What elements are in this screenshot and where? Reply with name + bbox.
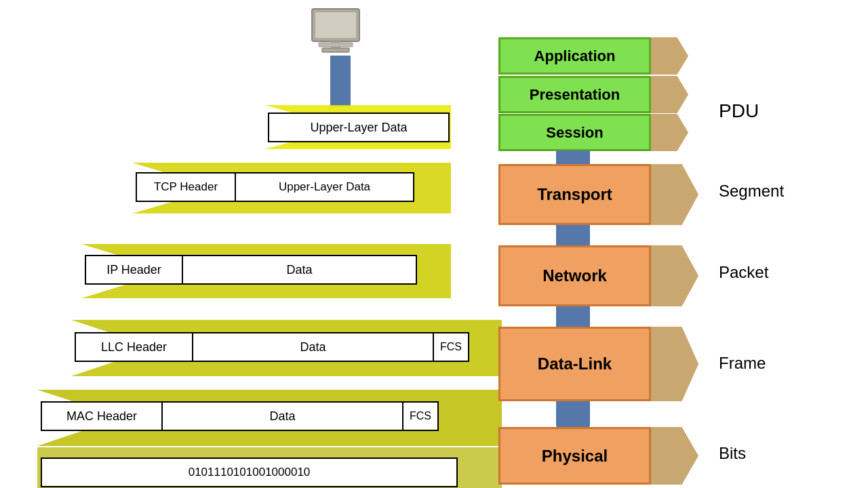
packet-label: Packet: [719, 263, 768, 282]
bits-label: Bits: [719, 444, 746, 463]
presentation-chevron: [651, 76, 688, 113]
network-chevron: [651, 245, 698, 306]
tcp-data-cell: Upper-Layer Data: [236, 172, 414, 202]
mac-data-cell: Data: [163, 401, 403, 431]
mac-fcs-cell: FCS: [403, 401, 439, 431]
datalink-layer: Data-Link: [498, 327, 698, 401]
upper-layer-row: Upper-Layer Data: [268, 113, 450, 142]
network-layer: Network: [498, 245, 698, 306]
datalink-box: Data-Link: [498, 327, 651, 401]
ip-layer-row: IP Header Data: [85, 255, 417, 285]
network-box: Network: [498, 245, 651, 306]
physical-chevron: [651, 427, 698, 485]
tcp-header-cell: TCP Header: [136, 172, 236, 202]
llc-layer-row: LLC Header Data FCS: [75, 332, 469, 362]
session-chevron: [651, 114, 688, 151]
frame-label: Frame: [719, 354, 766, 373]
pdu-label: PDU: [719, 100, 759, 122]
bits-layer-row: 0101110101001000010: [41, 458, 458, 487]
llc-data-cell: Data: [193, 332, 434, 362]
ip-header-cell: IP Header: [85, 255, 183, 285]
session-box: Session: [498, 114, 651, 151]
llc-fcs-cell: FCS: [434, 332, 469, 362]
transport-box: Transport: [498, 164, 651, 225]
main-diagram: Upper-Layer Data TCP Header Upper-Layer …: [0, 0, 868, 488]
physical-layer: Physical: [498, 427, 698, 485]
transport-chevron: [651, 164, 698, 225]
application-layer: Application: [498, 37, 688, 75]
presentation-box: Presentation: [498, 76, 651, 113]
datalink-chevron: [651, 327, 698, 401]
ip-data-cell: Data: [183, 255, 417, 285]
mac-layer-row: MAC Header Data FCS: [41, 401, 439, 431]
mac-header-cell: MAC Header: [41, 401, 163, 431]
transport-layer: Transport: [498, 164, 698, 225]
bits-cell: 0101110101001000010: [41, 458, 458, 487]
application-chevron: [651, 37, 688, 75]
segment-label: Segment: [719, 182, 784, 201]
physical-box: Physical: [498, 427, 651, 485]
upper-layer-data-cell: Upper-Layer Data: [268, 113, 450, 142]
tcp-layer-row: TCP Header Upper-Layer Data: [136, 172, 414, 202]
session-layer: Session: [498, 114, 688, 151]
llc-header-cell: LLC Header: [75, 332, 193, 362]
presentation-layer: Presentation: [498, 76, 688, 113]
application-box: Application: [498, 37, 651, 75]
